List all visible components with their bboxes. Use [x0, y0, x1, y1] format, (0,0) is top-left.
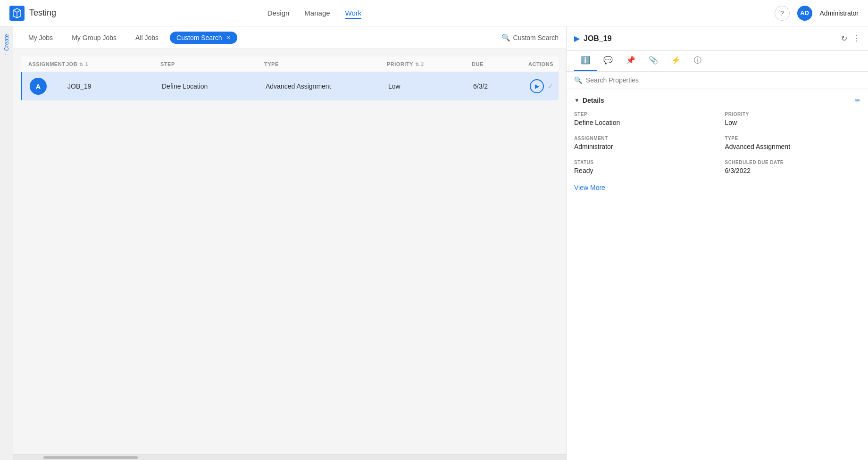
- scrollbar-thumb[interactable]: [43, 456, 138, 459]
- left-sidebar: ↑ Create: [0, 26, 13, 460]
- panel-tab-filter[interactable]: ⚡: [665, 51, 687, 71]
- refresh-icon[interactable]: ↻: [841, 34, 847, 43]
- tab-all-jobs[interactable]: All Jobs: [128, 31, 166, 44]
- job-sort-count: 1: [85, 62, 88, 67]
- nav-manage[interactable]: Manage: [304, 7, 330, 19]
- table-row[interactable]: A JOB_19 Define Location Advanced Assign…: [21, 72, 559, 100]
- panel-icon-tabs: ℹ️ 💬 📌 📎 ⚡ ⓘ: [567, 51, 868, 72]
- panel-tab-info[interactable]: ℹ️: [574, 51, 597, 71]
- detail-priority: PRIORITY Low: [725, 112, 861, 126]
- nav-design[interactable]: Design: [267, 7, 290, 19]
- create-label: Create: [3, 34, 10, 51]
- details-header: ▼ Details ✏: [574, 97, 860, 104]
- logo-area: Testing: [9, 6, 56, 21]
- detail-status: STATUS Ready: [574, 160, 710, 174]
- detail-assignment: ASSIGNMENT Administrator: [574, 136, 710, 150]
- detail-due-date: SCHEDULED DUE DATE 6/3/2022: [725, 160, 861, 174]
- panel-actions: ↻ ⋮: [841, 34, 860, 43]
- tabs-search-button[interactable]: 🔍 Custom Search: [501, 33, 559, 42]
- avatar[interactable]: AD: [797, 6, 812, 21]
- top-nav: Testing Design Manage Work ? AD Administ…: [0, 0, 868, 26]
- bottom-scrollbar[interactable]: [13, 454, 566, 460]
- col-priority[interactable]: PRIORITY ⇅ 2: [387, 61, 472, 67]
- job-cell: JOB_19: [67, 82, 162, 90]
- table-area: ASSIGNMENT JOB ⇅ 1 STEP TYPE PRIORITY: [13, 49, 566, 454]
- chevron-down-icon: ▼: [574, 97, 580, 104]
- due-cell: 6/3/2: [473, 82, 530, 90]
- status-value: Ready: [574, 167, 710, 174]
- job-sort-icon: ⇅: [79, 62, 83, 67]
- panel-search-icon: 🔍: [574, 76, 582, 84]
- assignment-cell: A: [30, 78, 67, 95]
- panel-tab-link[interactable]: 📌: [619, 51, 642, 71]
- custom-search-tab-label: Custom Search: [176, 34, 222, 41]
- tab-my-jobs[interactable]: My Jobs: [21, 31, 60, 44]
- details-section: ▼ Details ✏ STEP Define Location PRIORIT…: [567, 89, 868, 199]
- type-value: Advanced Assignment: [725, 143, 861, 150]
- due-date-label: SCHEDULED DUE DATE: [725, 160, 861, 165]
- app-title: Testing: [29, 8, 56, 18]
- detail-step: STEP Define Location: [574, 112, 710, 126]
- create-arrow-icon: ↑: [3, 53, 10, 56]
- priority-label: PRIORITY: [725, 112, 861, 117]
- table-header: ASSIGNMENT JOB ⇅ 1 STEP TYPE PRIORITY: [21, 57, 559, 72]
- panel-tab-circle-info[interactable]: ⓘ: [687, 51, 708, 71]
- right-panel-header: ▶ JOB_19 ↻ ⋮: [567, 26, 868, 51]
- content-area: My Jobs My Group Jobs All Jobs Custom Se…: [13, 26, 566, 460]
- step-value: Define Location: [574, 119, 710, 126]
- edit-icon[interactable]: ✏: [855, 97, 860, 104]
- panel-tab-attachment[interactable]: 📎: [642, 51, 665, 71]
- assignment-avatar: A: [30, 78, 47, 95]
- create-button[interactable]: ↑ Create: [1, 30, 12, 59]
- check-icon[interactable]: ✓: [548, 82, 553, 90]
- tab-custom-search[interactable]: Custom Search ✕: [170, 32, 237, 44]
- step-cell: Define Location: [162, 82, 266, 90]
- status-label: STATUS: [574, 160, 710, 165]
- col-actions: ACTIONS: [528, 61, 559, 67]
- nav-work[interactable]: Work: [345, 7, 362, 19]
- search-icon: 🔍: [501, 33, 510, 42]
- admin-name[interactable]: Administrator: [820, 9, 859, 17]
- tab-close-icon[interactable]: ✕: [226, 34, 231, 41]
- table-container: ASSIGNMENT JOB ⇅ 1 STEP TYPE PRIORITY: [21, 57, 559, 100]
- panel-search-input[interactable]: [586, 76, 860, 84]
- detail-type: TYPE Advanced Assignment: [725, 136, 861, 150]
- more-options-icon[interactable]: ⋮: [853, 34, 860, 43]
- col-assignment: ASSIGNMENT: [28, 61, 66, 67]
- nav-links: Design Manage Work: [267, 7, 362, 19]
- tab-my-group-jobs[interactable]: My Group Jobs: [64, 31, 124, 44]
- priority-cell: Low: [388, 82, 473, 90]
- play-button[interactable]: ▶: [530, 79, 544, 93]
- assignment-value: Administrator: [574, 143, 710, 150]
- type-cell: Advanced Assignment: [266, 82, 388, 90]
- details-grid: STEP Define Location PRIORITY Low ASSIGN…: [574, 112, 860, 174]
- app-logo: [9, 6, 25, 21]
- priority-value: Low: [725, 119, 861, 126]
- col-type: TYPE: [264, 61, 387, 67]
- tabs-search-label: Custom Search: [513, 34, 559, 41]
- col-due: DUE: [472, 61, 528, 67]
- panel-search: 🔍: [567, 72, 868, 89]
- panel-tab-chat[interactable]: 💬: [597, 51, 619, 71]
- tabs-bar: My Jobs My Group Jobs All Jobs Custom Se…: [13, 26, 566, 49]
- type-label: TYPE: [725, 136, 861, 141]
- main-layout: ↑ Create My Jobs My Group Jobs All Jobs …: [0, 26, 868, 460]
- right-panel: ▶ JOB_19 ↻ ⋮ ℹ️ 💬 📌 📎 ⚡ ⓘ 🔍 ▼: [566, 26, 868, 460]
- due-date-value: 6/3/2022: [725, 167, 861, 174]
- panel-indicator-icon: ▶: [574, 34, 580, 43]
- view-more-link[interactable]: View More: [574, 184, 605, 191]
- priority-sort-icon: ⇅: [415, 62, 419, 67]
- col-step: STEP: [160, 61, 264, 67]
- panel-title: JOB_19: [584, 34, 837, 43]
- col-job[interactable]: JOB ⇅ 1: [66, 61, 160, 67]
- details-title: Details: [583, 97, 604, 104]
- assignment-label: ASSIGNMENT: [574, 136, 710, 141]
- priority-sort-count: 2: [421, 62, 424, 67]
- nav-right: ? AD Administrator: [775, 6, 859, 21]
- step-label: STEP: [574, 112, 710, 117]
- help-button[interactable]: ?: [775, 6, 790, 21]
- details-toggle[interactable]: ▼ Details: [574, 97, 604, 104]
- actions-cell: ▶ ✓: [530, 79, 559, 93]
